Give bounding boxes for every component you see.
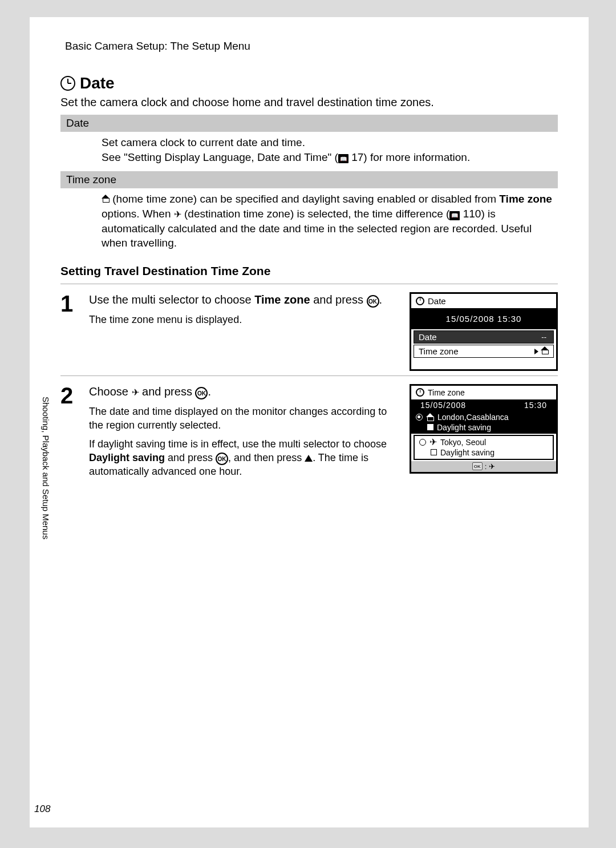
lcd-date: 15/05/2008: [420, 401, 466, 410]
book-icon: 📖: [449, 211, 460, 220]
section-title: Date: [60, 74, 558, 92]
text: options. When: [102, 208, 174, 220]
ok-icon: OK: [367, 295, 379, 308]
text: and press: [165, 452, 216, 463]
chevron-right-icon: [534, 349, 538, 354]
plane-icon: ✈: [429, 438, 437, 447]
ok-icon: OK: [216, 453, 228, 465]
home-icon: [102, 195, 110, 203]
lcd-title-text: Date: [428, 296, 446, 306]
step-text: Use the multi selector to choose Time zo…: [89, 292, 399, 371]
table-body-timezone: (home time zone) can be specified and da…: [60, 188, 558, 254]
step-subtext: If daylight saving time is in effect, us…: [89, 438, 399, 478]
breadcrumb: Basic Camera Setup: The Setup Menu: [65, 40, 558, 53]
checkbox-icon: [431, 449, 437, 455]
tz-home-group: London,Casablanca Daylight saving: [411, 411, 556, 434]
tz-dest-group: ✈ Tokyo, Seoul Daylight saving: [414, 435, 554, 460]
step-subtext: The date and time displayed on the monit…: [89, 405, 399, 432]
step-text: Choose ✈ and press OK. The date and time…: [89, 384, 399, 479]
table-header-date: Date: [60, 115, 558, 132]
plane-icon: ✈: [489, 463, 495, 470]
lcd-row-date: Date --: [414, 330, 554, 344]
checkbox-icon: [427, 424, 433, 430]
triangle-up-icon: [305, 455, 313, 462]
step-number: 1: [60, 292, 81, 371]
section-title-text: Date: [80, 74, 115, 92]
tz-ds-label: Daylight saving: [437, 423, 491, 432]
plane-icon: ✈: [174, 210, 181, 219]
manual-page: Basic Camera Setup: The Setup Menu Date …: [30, 17, 589, 827]
book-icon: 📖: [338, 154, 348, 163]
lcd-title-text: Time zone: [428, 388, 465, 397]
step-2: 2 Choose ✈ and press OK. The date and ti…: [60, 375, 558, 479]
plane-icon: ✈: [132, 388, 139, 397]
text: and press: [139, 385, 196, 398]
radio-icon: [419, 439, 426, 446]
lcd-screen-timezone: Time zone 15/05/2008 15:30 London,Casabl…: [410, 384, 558, 479]
table-header-timezone: Time zone: [60, 171, 558, 188]
step-1: 1 Use the multi selector to choose Time …: [60, 284, 558, 371]
ok-icon: OK: [195, 387, 208, 399]
lcd-datetime: 15/05/2008 15:30: [411, 308, 556, 329]
home-icon: [426, 413, 434, 421]
clock-icon: [416, 388, 424, 397]
text: Set camera clock to current date and tim…: [102, 136, 305, 148]
lcd-datetime: 15/05/2008 15:30: [411, 399, 556, 411]
row-right: [534, 346, 549, 356]
bold-text: Time zone: [254, 293, 310, 306]
tz-name: Tokyo, Seoul: [440, 438, 486, 447]
text: See "Setting Display Language, Date and …: [102, 151, 338, 163]
home-icon: [541, 346, 549, 354]
bold-text: Daylight saving: [89, 452, 165, 463]
clock-icon: [416, 297, 424, 305]
lcd-title: Time zone: [411, 386, 556, 399]
subheading: Setting Travel Destination Time Zone: [60, 264, 558, 278]
page-number: 108: [34, 803, 50, 815]
text: Choose: [89, 385, 132, 398]
lcd-label: Date: [419, 332, 437, 342]
step-subtext: The time zone menu is displayed.: [89, 313, 399, 326]
radio-icon: [416, 414, 423, 421]
text: Use the multi selector to choose: [89, 293, 254, 306]
lcd-title: Date: [411, 294, 556, 308]
tz-name: London,Casablanca: [437, 413, 509, 422]
ok-small-icon: OK: [472, 462, 483, 470]
dash-icon: --: [539, 333, 549, 341]
side-tab-text: Shooting, Playback and Setup Menus: [41, 397, 51, 539]
text: and press: [310, 293, 367, 306]
clock-icon: [60, 76, 75, 91]
text: (home time zone) can be specified and da…: [110, 193, 499, 205]
bold-text: Time zone: [499, 193, 552, 205]
text: If daylight saving time is in effect, us…: [89, 438, 387, 450]
lcd-label: Time zone: [419, 346, 458, 356]
step-number: 2: [60, 384, 81, 479]
table-body-date: Set camera clock to current date and tim…: [60, 132, 558, 168]
text: 17) for more information.: [348, 151, 470, 163]
tz-ds-label: Daylight saving: [440, 448, 495, 457]
lcd-footer: OK : ✈: [411, 461, 556, 472]
lcd-row-timezone: Time zone: [414, 345, 554, 358]
text: , and then press: [228, 452, 305, 463]
lcd-time: 15:30: [524, 401, 547, 410]
lcd-screen-date: Date 15/05/2008 15:30 Date -- Time zone: [410, 292, 558, 371]
intro-text: Set the camera clock and choose home and…: [60, 96, 558, 109]
text: (destination time zone) is selected, the…: [181, 208, 450, 220]
